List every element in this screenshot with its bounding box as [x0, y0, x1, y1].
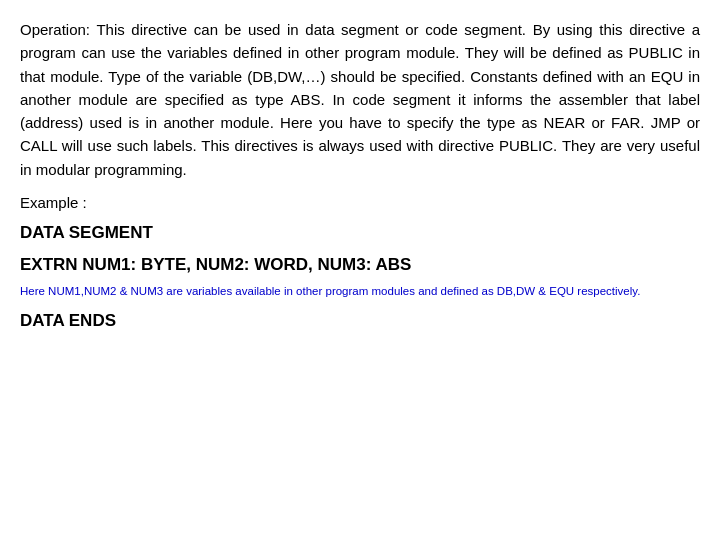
data-ends-label: DATA ENDS: [20, 308, 700, 334]
main-content: Operation: This directive can be used in…: [0, 0, 720, 540]
main-paragraph: Operation: This directive can be used in…: [20, 18, 700, 181]
data-segment-label: DATA SEGMENT: [20, 220, 700, 246]
example-label: Example :: [20, 191, 700, 214]
extrn-line: EXTRN NUM1: BYTE, NUM2: WORD, NUM3: ABS: [20, 252, 700, 278]
note-line: Here NUM1,NUM2 & NUM3 are variables avai…: [20, 283, 700, 300]
